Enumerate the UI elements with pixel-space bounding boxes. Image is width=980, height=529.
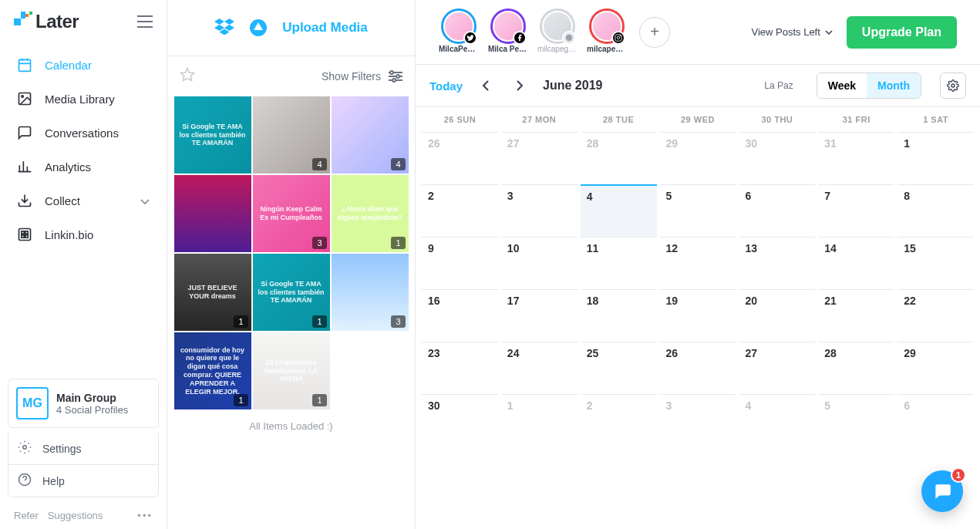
day-cell[interactable]: 16 [422, 289, 498, 342]
day-cell[interactable]: 9 [422, 237, 498, 289]
media-thumbnail[interactable]: JUST BELIEVE YOUR dreams1 [174, 254, 251, 331]
group-card[interactable]: MG Main Group 4 Social Profiles [8, 379, 159, 428]
upgrade-plan-button[interactable]: Upgrade Plan [847, 16, 957, 49]
media-thumbnail[interactable]: consumidor de hoy no quiere que le digan… [174, 332, 251, 409]
week-row: 30123456 [416, 394, 980, 446]
day-cell[interactable]: 8 [897, 184, 974, 237]
settings-item-settings[interactable]: Settings [8, 433, 158, 464]
calendar-settings-button[interactable] [940, 72, 966, 99]
today-button[interactable]: Today [429, 79, 463, 93]
day-cell[interactable]: 18 [581, 289, 657, 342]
prev-month-button[interactable] [475, 75, 497, 96]
timezone-label[interactable]: La Paz [764, 80, 793, 91]
day-cell[interactable]: 6 [897, 394, 974, 446]
day-cell[interactable]: 20 [739, 289, 815, 342]
profile-pinterest[interactable]: milcapegu… [537, 11, 578, 53]
profile-instagram[interactable]: milcapeg… [587, 11, 627, 53]
day-of-week-header: 29 WED [658, 107, 738, 132]
nav-item-linkin-bio[interactable]: Linkin.bio [0, 217, 167, 251]
day-cell[interactable]: 26 [422, 132, 498, 184]
media-thumbnail[interactable]: 4 [253, 96, 330, 174]
day-cell[interactable]: 6 [739, 184, 815, 237]
upload-media-button[interactable]: Upload Media [282, 20, 368, 35]
day-cell[interactable]: 1 [501, 394, 578, 446]
more-icon[interactable]: ••• [137, 510, 153, 521]
settings-label: Settings [42, 443, 82, 455]
profile-facebook[interactable]: Milca Peg… [488, 11, 528, 53]
media-thumbnail[interactable]: Si Google TE AMA los clientes también TE… [174, 96, 251, 174]
day-cell[interactable]: 14 [818, 237, 894, 289]
settings-item-help[interactable]: Help [8, 464, 158, 497]
media-thumbnail[interactable]: 3 [332, 254, 409, 331]
nav-item-collect[interactable]: Collect [0, 184, 167, 217]
refer-link[interactable]: Refer [14, 510, 39, 521]
svg-rect-0 [14, 19, 21, 25]
day-cell[interactable]: 12 [660, 237, 736, 289]
profile-twitter[interactable]: MilcaPeg… [439, 11, 479, 53]
media-thumbnail[interactable] [174, 175, 251, 252]
day-cell[interactable]: 5 [818, 394, 894, 446]
day-cell[interactable]: 5 [660, 184, 736, 237]
nav-item-analytics[interactable]: Analytics [0, 150, 167, 184]
week-row: 2345678 [416, 184, 980, 237]
nav-item-conversations[interactable]: Conversations [0, 116, 167, 150]
day-cell[interactable]: 29 [897, 342, 974, 394]
month-view-button[interactable]: Month [867, 73, 921, 98]
show-filters-button[interactable]: Show Filters [322, 70, 402, 83]
favorite-icon[interactable] [180, 67, 195, 86]
week-view-button[interactable]: Week [817, 73, 867, 98]
day-cell[interactable]: 28 [818, 342, 894, 394]
day-cell[interactable]: 13 [739, 237, 815, 289]
day-cell[interactable]: 25 [581, 342, 657, 394]
day-cell[interactable]: 3 [501, 184, 578, 237]
facebook-icon [513, 31, 527, 45]
day-cell[interactable]: 17 [501, 289, 578, 342]
day-cell[interactable]: 4 [739, 394, 815, 446]
day-cell[interactable]: 3 [660, 394, 736, 446]
dropbox-icon[interactable] [214, 19, 234, 37]
day-cell[interactable]: 22 [897, 289, 974, 342]
add-profile-button[interactable]: + [635, 17, 675, 48]
day-cell[interactable]: 19 [660, 289, 736, 342]
day-cell[interactable]: 30 [422, 394, 498, 446]
day-cell[interactable]: 21 [818, 289, 894, 342]
brand-name: Later [35, 11, 79, 32]
day-cell[interactable]: 27 [501, 132, 578, 184]
brand-logo[interactable]: Later [14, 11, 79, 32]
sidebar-footer: Refer Suggestions ••• [0, 502, 167, 529]
day-cell[interactable]: 26 [660, 342, 736, 394]
suggestions-link[interactable]: Suggestions [48, 510, 103, 521]
nav-item-calendar[interactable]: Calendar [0, 48, 167, 82]
day-cell[interactable]: 15 [897, 237, 974, 289]
chat-button[interactable]: 1 [921, 470, 963, 512]
day-cell[interactable]: 23 [422, 342, 498, 394]
day-cell[interactable]: 2 [422, 184, 498, 237]
all-loaded-label: All Items Loaded :) [167, 409, 415, 443]
day-cell[interactable]: 31 [818, 132, 894, 184]
view-posts-left-dropdown[interactable]: View Posts Left [751, 26, 832, 38]
day-cell[interactable]: 29 [660, 132, 736, 184]
day-cell[interactable]: 28 [581, 132, 657, 184]
next-month-button[interactable] [509, 75, 530, 96]
day-of-week-header: 27 MON [500, 107, 579, 132]
day-cell[interactable]: 7 [818, 184, 894, 237]
day-cell[interactable]: 11 [581, 237, 657, 289]
day-cell[interactable]: 10 [501, 237, 578, 289]
nav-label: Media Library [45, 93, 115, 106]
nav-item-media-library[interactable]: Media Library [0, 82, 167, 116]
day-cell[interactable]: 30 [739, 132, 815, 184]
media-thumbnail[interactable]: Ningún Keep Calm Es mi Cumpleaños3 [253, 175, 330, 252]
chevron-down-icon [140, 194, 150, 207]
menu-toggle-button[interactable] [137, 15, 153, 28]
day-cell[interactable]: 2 [581, 394, 657, 446]
plus-icon: + [650, 23, 659, 41]
media-thumbnail[interactable]: 10 propiedades beneficiosas LA AVENA1 [253, 332, 330, 409]
day-cell[interactable]: 4 [581, 184, 657, 237]
day-cell[interactable]: 1 [897, 132, 974, 184]
media-thumbnail[interactable]: Si Google TE AMA los clientes también TE… [253, 254, 330, 331]
day-cell[interactable]: 27 [739, 342, 815, 394]
media-thumbnail[interactable]: ¿Ahora dime que sigues quejándote?1 [332, 175, 409, 252]
media-thumbnail[interactable]: 4 [332, 96, 409, 174]
google-drive-icon[interactable] [248, 19, 268, 37]
day-cell[interactable]: 24 [501, 342, 578, 394]
